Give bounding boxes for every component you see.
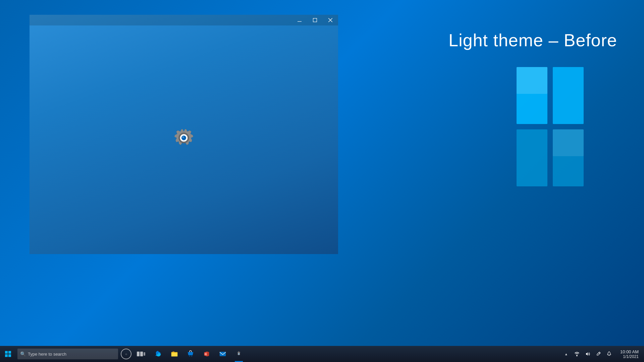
taskbar-item-settings[interactable] (231, 346, 247, 362)
taskbar-item-file-explorer[interactable] (166, 346, 182, 362)
svg-rect-4 (517, 67, 547, 94)
network-svg-icon (574, 351, 580, 357)
svg-rect-6 (298, 21, 302, 22)
svg-rect-1 (553, 67, 584, 124)
close-button[interactable] (323, 15, 338, 25)
chevron-up-icon: ▲ (565, 352, 568, 356)
windows-logo (517, 67, 584, 194)
window-content (30, 25, 338, 254)
start-icon (5, 351, 11, 357)
taskbar-item-edge[interactable] (150, 346, 166, 362)
svg-rect-5 (553, 129, 584, 156)
system-tray: ▲ (558, 346, 644, 362)
file-explorer-icon (170, 350, 178, 358)
volume-icon[interactable] (582, 346, 593, 362)
svg-point-19 (189, 356, 190, 357)
gear-icon-wrapper (172, 128, 196, 152)
svg-point-13 (182, 136, 184, 138)
notification-svg-icon (606, 351, 612, 357)
theme-label: Light theme – Before (448, 30, 617, 50)
title-bar-buttons (292, 15, 338, 25)
tray-overflow-button[interactable]: ▲ (561, 346, 572, 362)
settings-window (30, 15, 338, 254)
mail-icon (219, 350, 227, 358)
start-button[interactable] (0, 346, 16, 362)
volume-svg-icon (585, 351, 590, 357)
task-view-icon (137, 352, 145, 356)
search-bar[interactable]: 🔍 Type here to search (17, 349, 118, 359)
tray-time: 10:00 AM (620, 349, 639, 354)
maximize-button[interactable] (307, 15, 323, 25)
edge-icon (154, 350, 162, 358)
desktop: Light theme – Before (0, 0, 644, 362)
svg-rect-14 (5, 351, 8, 354)
taskbar-items: O (149, 346, 558, 362)
taskbar-item-mail[interactable] (215, 346, 231, 362)
notification-icon[interactable] (604, 346, 614, 362)
svg-point-26 (576, 355, 578, 356)
settings-gear-icon (172, 128, 196, 152)
task-view-button[interactable] (133, 346, 149, 362)
tray-date: 1/1/2021 (623, 354, 639, 359)
pen-svg-icon (596, 351, 601, 357)
svg-point-12 (181, 135, 186, 140)
svg-point-25 (238, 354, 239, 355)
cortana-icon: ○ (125, 352, 127, 356)
cortana-button[interactable]: ○ (121, 349, 131, 359)
svg-rect-2 (517, 129, 547, 186)
search-placeholder-text: Type here to search (28, 352, 66, 357)
title-bar (30, 15, 338, 25)
svg-rect-16 (5, 354, 8, 357)
minimize-button[interactable] (292, 15, 307, 25)
pen-icon[interactable] (593, 346, 604, 362)
store-icon (186, 350, 195, 358)
svg-text:O: O (205, 353, 207, 356)
office-icon: O (203, 350, 211, 358)
settings-taskbar-icon (235, 350, 243, 358)
network-icon[interactable] (572, 346, 582, 362)
search-icon: 🔍 (20, 351, 26, 357)
svg-rect-22 (220, 352, 226, 356)
taskbar-item-office[interactable]: O (199, 346, 215, 362)
svg-rect-17 (8, 354, 11, 357)
taskbar: 🔍 Type here to search ○ (0, 346, 644, 362)
svg-point-20 (191, 356, 192, 357)
svg-rect-7 (313, 18, 317, 22)
taskbar-item-store[interactable] (182, 346, 199, 362)
svg-line-27 (599, 353, 600, 354)
svg-rect-15 (8, 351, 11, 354)
tray-clock[interactable]: 10:00 AM 1/1/2021 (614, 346, 641, 362)
